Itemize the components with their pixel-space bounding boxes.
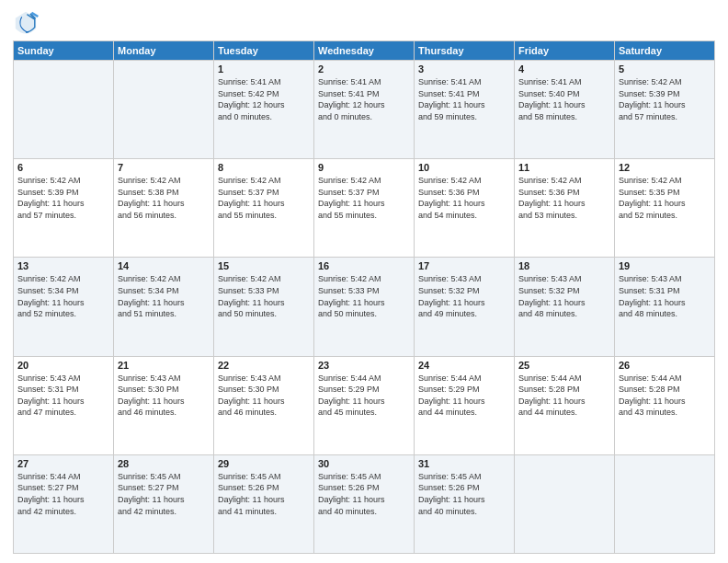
day-number: 9 bbox=[318, 162, 410, 173]
cell-4-5: 24Sunrise: 5:44 AM Sunset: 5:29 PM Dayli… bbox=[415, 356, 515, 454]
day-number: 7 bbox=[118, 162, 210, 173]
cell-1-3: 1Sunrise: 5:41 AM Sunset: 5:42 PM Daylig… bbox=[214, 61, 314, 159]
col-header-wednesday: Wednesday bbox=[314, 41, 415, 61]
cell-5-4: 30Sunrise: 5:45 AM Sunset: 5:26 PM Dayli… bbox=[314, 454, 415, 553]
cell-1-1 bbox=[14, 61, 114, 159]
week-row-2: 6Sunrise: 5:42 AM Sunset: 5:39 PM Daylig… bbox=[14, 159, 715, 258]
day-number: 4 bbox=[518, 63, 610, 75]
col-header-monday: Monday bbox=[114, 41, 214, 61]
cell-1-6: 4Sunrise: 5:41 AM Sunset: 5:40 PM Daylig… bbox=[515, 61, 615, 159]
cell-4-3: 22Sunrise: 5:43 AM Sunset: 5:30 PM Dayli… bbox=[214, 356, 314, 454]
cell-4-1: 20Sunrise: 5:43 AM Sunset: 5:31 PM Dayli… bbox=[14, 356, 114, 454]
day-info: Sunrise: 5:42 AM Sunset: 5:37 PM Dayligh… bbox=[218, 175, 310, 221]
week-row-1: 1Sunrise: 5:41 AM Sunset: 5:42 PM Daylig… bbox=[14, 61, 715, 159]
day-info: Sunrise: 5:41 AM Sunset: 5:40 PM Dayligh… bbox=[518, 76, 610, 122]
day-number: 13 bbox=[17, 260, 109, 271]
cell-1-4: 2Sunrise: 5:41 AM Sunset: 5:41 PM Daylig… bbox=[314, 61, 415, 159]
day-number: 1 bbox=[218, 63, 310, 75]
day-number: 5 bbox=[619, 63, 711, 75]
cell-2-3: 8Sunrise: 5:42 AM Sunset: 5:37 PM Daylig… bbox=[214, 159, 314, 258]
cell-5-5: 31Sunrise: 5:45 AM Sunset: 5:26 PM Dayli… bbox=[415, 454, 515, 553]
col-header-saturday: Saturday bbox=[615, 41, 715, 61]
cell-4-2: 21Sunrise: 5:43 AM Sunset: 5:30 PM Dayli… bbox=[114, 356, 214, 454]
cell-1-7: 5Sunrise: 5:42 AM Sunset: 5:39 PM Daylig… bbox=[615, 61, 715, 159]
cell-5-2: 28Sunrise: 5:45 AM Sunset: 5:27 PM Dayli… bbox=[114, 454, 214, 553]
col-header-thursday: Thursday bbox=[415, 41, 515, 61]
day-number: 8 bbox=[218, 162, 310, 173]
cell-5-7 bbox=[615, 454, 715, 553]
cell-3-3: 15Sunrise: 5:42 AM Sunset: 5:33 PM Dayli… bbox=[214, 258, 314, 356]
cell-2-6: 11Sunrise: 5:42 AM Sunset: 5:36 PM Dayli… bbox=[515, 159, 615, 258]
day-number: 27 bbox=[17, 458, 109, 469]
day-info: Sunrise: 5:42 AM Sunset: 5:36 PM Dayligh… bbox=[518, 175, 610, 221]
day-info: Sunrise: 5:43 AM Sunset: 5:31 PM Dayligh… bbox=[619, 273, 711, 319]
day-number: 20 bbox=[17, 360, 109, 371]
day-info: Sunrise: 5:45 AM Sunset: 5:26 PM Dayligh… bbox=[218, 471, 310, 517]
cell-1-2 bbox=[114, 61, 214, 159]
cell-4-6: 25Sunrise: 5:44 AM Sunset: 5:28 PM Dayli… bbox=[515, 356, 615, 454]
cell-3-4: 16Sunrise: 5:42 AM Sunset: 5:33 PM Dayli… bbox=[314, 258, 415, 356]
day-number: 3 bbox=[418, 63, 510, 75]
cell-2-4: 9Sunrise: 5:42 AM Sunset: 5:37 PM Daylig… bbox=[314, 159, 415, 258]
logo-icon bbox=[13, 9, 39, 35]
day-number: 31 bbox=[418, 458, 510, 469]
day-info: Sunrise: 5:41 AM Sunset: 5:41 PM Dayligh… bbox=[318, 76, 410, 122]
day-number: 11 bbox=[518, 162, 610, 173]
day-info: Sunrise: 5:42 AM Sunset: 5:39 PM Dayligh… bbox=[619, 76, 711, 122]
header-row: SundayMondayTuesdayWednesdayThursdayFrid… bbox=[14, 41, 715, 61]
day-number: 14 bbox=[118, 260, 210, 271]
day-number: 12 bbox=[619, 162, 711, 173]
day-info: Sunrise: 5:42 AM Sunset: 5:33 PM Dayligh… bbox=[218, 273, 310, 319]
day-number: 16 bbox=[318, 260, 410, 271]
cell-5-3: 29Sunrise: 5:45 AM Sunset: 5:26 PM Dayli… bbox=[214, 454, 314, 553]
cell-5-6 bbox=[515, 454, 615, 553]
cell-3-5: 17Sunrise: 5:43 AM Sunset: 5:32 PM Dayli… bbox=[415, 258, 515, 356]
day-number: 26 bbox=[619, 360, 711, 371]
day-number: 23 bbox=[318, 360, 410, 371]
day-info: Sunrise: 5:42 AM Sunset: 5:36 PM Dayligh… bbox=[418, 175, 510, 221]
day-info: Sunrise: 5:44 AM Sunset: 5:27 PM Dayligh… bbox=[17, 471, 109, 517]
day-info: Sunrise: 5:43 AM Sunset: 5:32 PM Dayligh… bbox=[518, 273, 610, 319]
day-info: Sunrise: 5:43 AM Sunset: 5:31 PM Dayligh… bbox=[17, 373, 109, 419]
cell-3-7: 19Sunrise: 5:43 AM Sunset: 5:31 PM Dayli… bbox=[615, 258, 715, 356]
calendar-table: SundayMondayTuesdayWednesdayThursdayFrid… bbox=[13, 40, 715, 554]
day-info: Sunrise: 5:45 AM Sunset: 5:26 PM Dayligh… bbox=[318, 471, 410, 517]
col-header-friday: Friday bbox=[515, 41, 615, 61]
day-info: Sunrise: 5:42 AM Sunset: 5:34 PM Dayligh… bbox=[118, 273, 210, 319]
cell-2-1: 6Sunrise: 5:42 AM Sunset: 5:39 PM Daylig… bbox=[14, 159, 114, 258]
header bbox=[13, 9, 715, 35]
col-header-sunday: Sunday bbox=[14, 41, 114, 61]
cell-3-1: 13Sunrise: 5:42 AM Sunset: 5:34 PM Dayli… bbox=[14, 258, 114, 356]
day-number: 15 bbox=[218, 260, 310, 271]
day-info: Sunrise: 5:43 AM Sunset: 5:32 PM Dayligh… bbox=[418, 273, 510, 319]
day-info: Sunrise: 5:44 AM Sunset: 5:28 PM Dayligh… bbox=[518, 373, 610, 419]
day-info: Sunrise: 5:45 AM Sunset: 5:26 PM Dayligh… bbox=[418, 471, 510, 517]
day-info: Sunrise: 5:41 AM Sunset: 5:41 PM Dayligh… bbox=[418, 76, 510, 122]
day-number: 28 bbox=[118, 458, 210, 469]
day-number: 29 bbox=[218, 458, 310, 469]
week-row-4: 20Sunrise: 5:43 AM Sunset: 5:31 PM Dayli… bbox=[14, 356, 715, 454]
cell-2-7: 12Sunrise: 5:42 AM Sunset: 5:35 PM Dayli… bbox=[615, 159, 715, 258]
cell-4-4: 23Sunrise: 5:44 AM Sunset: 5:29 PM Dayli… bbox=[314, 356, 415, 454]
day-number: 24 bbox=[418, 360, 510, 371]
cell-2-2: 7Sunrise: 5:42 AM Sunset: 5:38 PM Daylig… bbox=[114, 159, 214, 258]
day-number: 18 bbox=[518, 260, 610, 271]
week-row-3: 13Sunrise: 5:42 AM Sunset: 5:34 PM Dayli… bbox=[14, 258, 715, 356]
day-number: 19 bbox=[619, 260, 711, 271]
page: SundayMondayTuesdayWednesdayThursdayFrid… bbox=[0, 0, 728, 563]
day-info: Sunrise: 5:42 AM Sunset: 5:39 PM Dayligh… bbox=[17, 175, 109, 221]
cell-3-2: 14Sunrise: 5:42 AM Sunset: 5:34 PM Dayli… bbox=[114, 258, 214, 356]
day-number: 25 bbox=[518, 360, 610, 371]
day-info: Sunrise: 5:44 AM Sunset: 5:28 PM Dayligh… bbox=[619, 373, 711, 419]
day-info: Sunrise: 5:43 AM Sunset: 5:30 PM Dayligh… bbox=[218, 373, 310, 419]
day-info: Sunrise: 5:42 AM Sunset: 5:34 PM Dayligh… bbox=[17, 273, 109, 319]
cell-4-7: 26Sunrise: 5:44 AM Sunset: 5:28 PM Dayli… bbox=[615, 356, 715, 454]
day-number: 6 bbox=[17, 162, 109, 173]
col-header-tuesday: Tuesday bbox=[214, 41, 314, 61]
day-info: Sunrise: 5:45 AM Sunset: 5:27 PM Dayligh… bbox=[118, 471, 210, 517]
day-info: Sunrise: 5:44 AM Sunset: 5:29 PM Dayligh… bbox=[418, 373, 510, 419]
day-number: 22 bbox=[218, 360, 310, 371]
cell-2-5: 10Sunrise: 5:42 AM Sunset: 5:36 PM Dayli… bbox=[415, 159, 515, 258]
day-number: 30 bbox=[318, 458, 410, 469]
cell-5-1: 27Sunrise: 5:44 AM Sunset: 5:27 PM Dayli… bbox=[14, 454, 114, 553]
